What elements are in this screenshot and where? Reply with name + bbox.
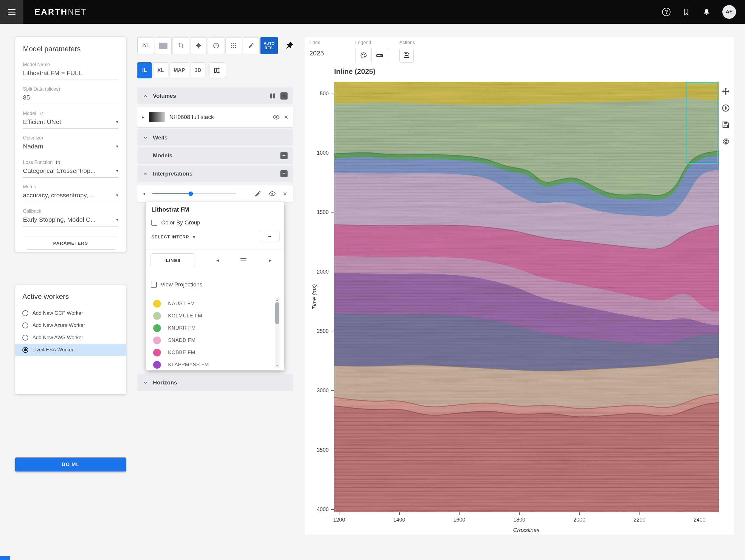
formation-list-scrollbar[interactable]: ▴ ▾	[275, 297, 280, 368]
pan-icon[interactable]	[721, 87, 730, 96]
remove-selection-button[interactable]: −	[260, 231, 280, 242]
list-item[interactable]: KNURR FM	[146, 322, 284, 334]
worker-option-aws[interactable]: Add New AWS Worker	[15, 331, 126, 343]
list-item[interactable]: KOLMULE FM	[146, 310, 284, 322]
chevron-down-icon: ▾	[116, 217, 118, 222]
seismic-image[interactable]	[334, 82, 719, 512]
crop-button[interactable]	[172, 37, 189, 54]
pin-button[interactable]	[285, 41, 294, 50]
volumes-panel-header[interactable]: Volumes +	[137, 87, 293, 104]
formation-name: KOLMULE FM	[168, 313, 202, 319]
worker-option-azure[interactable]: Add New Azure Worker	[15, 319, 126, 331]
horizons-panel-header[interactable]: Horizons	[137, 374, 293, 391]
visibility-eye-icon[interactable]	[269, 190, 276, 197]
scroll-down-icon[interactable]: ▾	[275, 364, 280, 367]
divider	[146, 249, 284, 250]
list-item[interactable]: KLAPPMYSS FM	[146, 359, 284, 371]
select-interp-dropdown[interactable]: SELECT INTERP. ▾	[151, 234, 195, 240]
auto-res-label-bottom: RES.	[265, 45, 273, 50]
worker-option-gcp[interactable]: Add New GCP Worker	[15, 307, 126, 319]
active-workers-title: Active workers	[15, 292, 126, 301]
bookmark-icon[interactable]	[682, 7, 691, 17]
add-interpretation-button[interactable]: +	[281, 170, 288, 177]
scroll-up-icon[interactable]: ▴	[275, 298, 280, 301]
page-indicator-button[interactable]: 2/1	[137, 37, 154, 54]
parameters-button[interactable]: PARAMETERS	[26, 236, 115, 250]
iline-list-icon[interactable]	[240, 258, 247, 262]
y-tick-label: 2500	[308, 328, 329, 334]
remove-volume-icon[interactable]: ×	[284, 114, 288, 121]
info-button[interactable]	[208, 37, 224, 54]
metric-select-field[interactable]: Metric accuracy, crossentropy, ...▾	[23, 184, 118, 202]
checkbox-icon[interactable]	[151, 220, 157, 226]
settings-icon[interactable]	[721, 137, 730, 146]
slider-knob[interactable]	[188, 192, 193, 196]
notifications-bell-icon[interactable]	[702, 7, 711, 17]
crosshair-grid-button[interactable]	[190, 37, 207, 54]
tab-il[interactable]: IL	[137, 62, 152, 78]
optimizer-select-field[interactable]: Optimizer Nadam▾	[23, 135, 118, 153]
checkbox-icon[interactable]	[151, 282, 157, 288]
edit-button[interactable]	[243, 37, 260, 54]
remove-interpretation-icon[interactable]: ×	[283, 191, 287, 197]
worker-label: Live4 ESA Worker	[32, 347, 74, 353]
worker-option-esa[interactable]: Live4 ESA Worker	[15, 343, 126, 356]
do-ml-button[interactable]: DO ML	[15, 458, 126, 471]
grid-dots-button[interactable]	[225, 37, 242, 54]
model-name-field[interactable]: Model Name Lithostrat FM = FULL	[23, 62, 118, 80]
grid-view-icon[interactable]	[269, 93, 276, 99]
gear-icon	[39, 111, 44, 116]
model-select-field[interactable]: Model Efficient UNet▾	[23, 111, 118, 129]
colormap-swatch	[159, 43, 167, 49]
add-volume-button[interactable]: +	[281, 92, 288, 100]
tab-map[interactable]: MAP	[169, 62, 189, 78]
tab-3d[interactable]: 3D	[191, 62, 206, 78]
hamburger-menu-button[interactable]	[0, 0, 23, 24]
list-item[interactable]: KOBBE FM	[146, 346, 284, 359]
wells-panel-title: Wells	[153, 134, 167, 141]
basemap-button[interactable]	[209, 62, 225, 78]
ilines-input-field[interactable]: ilines 2025	[309, 40, 343, 60]
tab-xl[interactable]: XL	[153, 62, 168, 78]
ruler-button[interactable]	[371, 48, 388, 63]
add-model-button[interactable]: +	[281, 152, 288, 159]
wells-panel-header[interactable]: Wells	[137, 129, 293, 146]
visibility-eye-icon[interactable]	[273, 113, 280, 121]
colormap-swatch-button[interactable]	[155, 37, 172, 54]
color-by-group-checkbox-row[interactable]: Color By Group	[151, 219, 200, 226]
actions-label: Actions	[399, 40, 415, 45]
opacity-slider[interactable]	[152, 193, 236, 194]
expand-arrow-icon[interactable]: ▸	[142, 114, 144, 120]
edit-interpretation-icon[interactable]	[255, 190, 262, 197]
orientation-icon[interactable]	[721, 104, 730, 112]
save-view-icon[interactable]	[721, 121, 730, 129]
auto-res-button[interactable]: AUTORES.	[260, 37, 278, 54]
previous-iline-icon[interactable]: ◂	[216, 257, 219, 263]
ilines-value[interactable]: 2025	[309, 50, 343, 60]
view-projections-checkbox-row[interactable]: View Projections	[151, 281, 202, 288]
ilines-navigation-row: ILINES ◂ ▸	[150, 253, 280, 267]
callback-select-field[interactable]: Callback Early Stopping, Model C...▾	[23, 209, 118, 227]
interpretations-panel-header[interactable]: Interpretations +	[137, 165, 293, 182]
list-item[interactable]: SNADD FM	[146, 334, 284, 346]
palette-button[interactable]	[356, 48, 371, 63]
worker-label: Add New GCP Worker	[32, 310, 83, 316]
next-iline-icon[interactable]: ▸	[269, 257, 272, 263]
chevron-down-icon[interactable]: ▾	[143, 191, 145, 196]
y-tick-label: 3000	[308, 388, 329, 394]
save-button[interactable]	[399, 48, 414, 63]
user-avatar[interactable]: AE	[722, 5, 736, 19]
seismic-viewer-panel: ilines 2025 Legend Actions	[304, 37, 734, 535]
split-data-field[interactable]: Split Data (slices) 85	[23, 87, 118, 104]
x-tick-label: 2200	[634, 517, 645, 523]
ilines-button[interactable]: ILINES	[150, 253, 195, 267]
models-panel-header[interactable]: Models +	[137, 147, 293, 164]
scrollbar-thumb[interactable]	[276, 302, 279, 324]
interpretation-popover: Lithostrat FM Color By Group SELECT INTE…	[146, 202, 284, 370]
help-icon[interactable]: ?	[662, 8, 671, 16]
auto-res-label-top: AUTO	[264, 41, 275, 45]
worker-label: Add New Azure Worker	[32, 323, 85, 328]
list-item[interactable]: NAUST FM	[146, 297, 284, 310]
loss-function-select-field[interactable]: Loss Function Categorical Crossentrop...…	[23, 160, 118, 177]
volume-list-item[interactable]: ▸ NH0608 full stack ×	[137, 107, 293, 127]
